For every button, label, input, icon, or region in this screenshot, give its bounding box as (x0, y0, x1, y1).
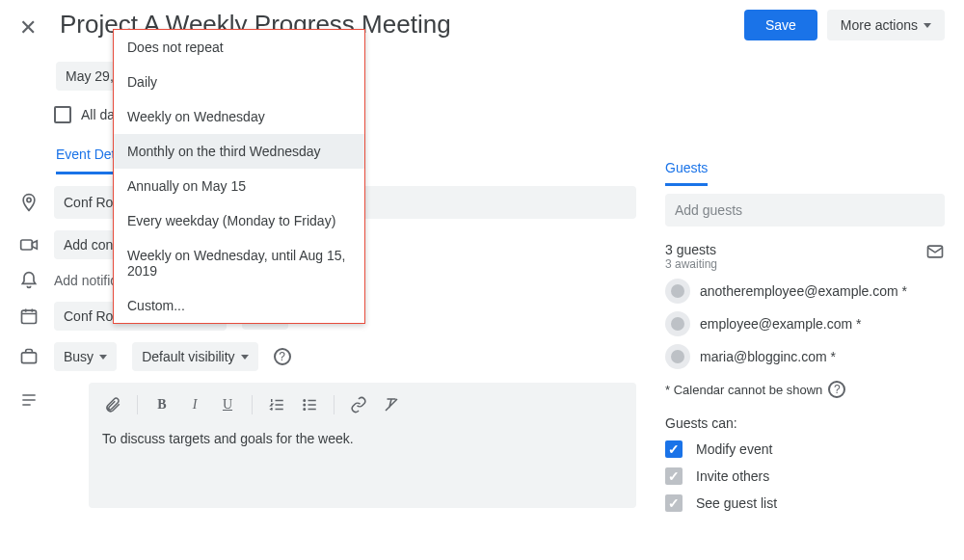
bell-icon (19, 271, 39, 290)
more-actions-label: More actions (841, 17, 918, 33)
more-actions-button[interactable]: More actions (827, 10, 945, 40)
busy-label: Busy (64, 349, 94, 364)
svg-point-5 (304, 404, 306, 406)
email-guests-icon[interactable] (925, 242, 945, 264)
svg-point-4 (304, 400, 306, 402)
chevron-down-icon (241, 355, 249, 360)
avatar (665, 279, 690, 304)
guest-email: anotheremployee@example.com * (700, 283, 907, 299)
svg-point-0 (27, 198, 31, 201)
recurrence-option[interactable]: Monthly on the third Wednesday (114, 134, 364, 169)
perm-modify-checkbox[interactable]: ✓ (665, 440, 683, 458)
calendar-note: * Calendar cannot be shown (665, 383, 822, 397)
recurrence-option[interactable]: Weekly on Wednesday, until Aug 15, 2019 (114, 238, 364, 288)
chevron-down-icon (924, 23, 931, 28)
numbered-list-button[interactable] (262, 390, 291, 419)
perm-seelist-label: See guest list (696, 495, 777, 511)
svg-rect-1 (21, 240, 33, 250)
recurrence-option[interactable]: Daily (114, 65, 364, 99)
help-icon[interactable]: ? (274, 348, 291, 365)
recurrence-option[interactable]: Weekly on Wednesday (114, 99, 364, 134)
location-icon (19, 193, 39, 212)
recurrence-option[interactable]: Every weekday (Monday to Friday) (114, 203, 364, 238)
guest-email: maria@blogginc.com * (700, 349, 836, 364)
svg-point-6 (304, 409, 306, 411)
calendar-icon (19, 307, 39, 326)
guest-row[interactable]: maria@blogginc.com * (665, 344, 945, 369)
recurrence-option-custom[interactable]: Custom... (114, 288, 364, 323)
guest-row[interactable]: employee@example.com * (665, 311, 945, 336)
recurrence-option[interactable]: Annually on May 15 (114, 169, 364, 203)
close-icon[interactable]: ✕ (19, 15, 37, 40)
bold-button[interactable]: B (147, 390, 176, 419)
avatar (665, 311, 690, 336)
guest-email: employee@example.com * (700, 316, 862, 332)
busy-select[interactable]: Busy (54, 342, 117, 371)
recurrence-dropdown: Does not repeat Daily Weekly on Wednesda… (113, 29, 365, 324)
guest-row[interactable]: anotheremployee@example.com * (665, 279, 945, 304)
underline-button[interactable]: U (213, 390, 242, 419)
help-icon[interactable]: ? (828, 381, 845, 398)
description-icon (19, 390, 39, 410)
description-textarea[interactable]: To discuss targets and goals for the wee… (89, 427, 636, 460)
recurrence-option[interactable]: Does not repeat (114, 30, 364, 65)
avatar (665, 344, 690, 369)
perm-invite-checkbox[interactable]: ✓ (665, 467, 683, 485)
permissions-label: Guests can: (665, 415, 945, 431)
bullet-list-button[interactable] (295, 390, 324, 419)
save-button[interactable]: Save (744, 10, 817, 40)
clear-format-button[interactable] (377, 390, 406, 419)
editor-toolbar: B I U (89, 383, 636, 427)
svg-rect-2 (22, 310, 37, 323)
briefcase-icon (19, 347, 39, 366)
perm-invite-label: Invite others (696, 468, 769, 484)
tab-guests[interactable]: Guests (665, 160, 708, 186)
add-guests-input[interactable]: Add guests (665, 194, 945, 227)
visibility-label: Default visibility (142, 349, 234, 364)
guest-count: 3 guests (665, 242, 945, 257)
perm-modify-label: Modify event (696, 441, 772, 457)
perm-seelist-checkbox[interactable]: ✓ (665, 494, 683, 512)
guest-awaiting: 3 awaiting (665, 257, 945, 271)
italic-button[interactable]: I (180, 390, 209, 419)
svg-rect-3 (22, 353, 37, 363)
link-button[interactable] (344, 390, 373, 419)
attach-icon[interactable] (98, 390, 127, 419)
video-icon (19, 235, 39, 254)
allday-checkbox[interactable] (54, 106, 71, 123)
chevron-down-icon (99, 355, 107, 360)
visibility-select[interactable]: Default visibility (132, 342, 257, 371)
